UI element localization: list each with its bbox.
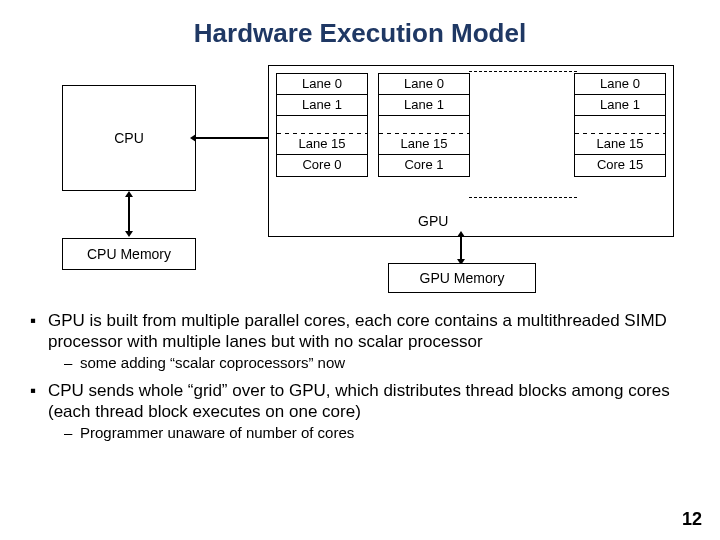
- lane-ellipsis: [277, 116, 367, 134]
- core-label: Core 15: [575, 155, 665, 176]
- bullet-list: ▪GPU is built from multiple parallel cor…: [0, 311, 720, 443]
- bullet-1: ▪GPU is built from multiple parallel cor…: [30, 311, 690, 352]
- lane-15: Lane 15: [277, 134, 367, 155]
- lane-1: Lane 1: [379, 95, 469, 116]
- lane-1: Lane 1: [575, 95, 665, 116]
- slide-title: Hardware Execution Model: [0, 0, 720, 49]
- bullet-2: ▪CPU sends whole “grid” over to GPU, whi…: [30, 381, 690, 422]
- dash-icon: –: [64, 354, 80, 372]
- cores-ellipsis-bottom: [469, 197, 577, 198]
- lane-ellipsis: [379, 116, 469, 134]
- lane-ellipsis: [575, 116, 665, 134]
- dash-icon: –: [64, 424, 80, 442]
- cpu-memory-box: CPU Memory: [62, 238, 196, 270]
- page-number: 12: [682, 509, 702, 530]
- core-label: Core 0: [277, 155, 367, 176]
- lane-0: Lane 0: [379, 74, 469, 95]
- lane-0: Lane 0: [575, 74, 665, 95]
- core-1: Lane 0 Lane 1 Lane 15 Core 1: [378, 73, 470, 177]
- bullet-icon: ▪: [30, 381, 48, 422]
- cpu-to-mem-arrow: [128, 197, 130, 231]
- cpu-to-gpu-arrow: [196, 137, 268, 139]
- lane-15: Lane 15: [575, 134, 665, 155]
- core-label: Core 1: [379, 155, 469, 176]
- sub-bullet-2: –Programmer unaware of number of cores: [64, 424, 690, 442]
- gpu-to-mem-arrow: [460, 237, 462, 259]
- lane-15: Lane 15: [379, 134, 469, 155]
- lane-1: Lane 1: [277, 95, 367, 116]
- hardware-diagram: CPU CPU Memory Lane 0 Lane 1 Lane 15 Cor…: [0, 63, 720, 303]
- cores-ellipsis-top: [469, 71, 577, 72]
- bullet-icon: ▪: [30, 311, 48, 352]
- gpu-label: GPU: [418, 213, 448, 229]
- core-15: Lane 0 Lane 1 Lane 15 Core 15: [574, 73, 666, 177]
- gpu-memory-box: GPU Memory: [388, 263, 536, 293]
- core-0: Lane 0 Lane 1 Lane 15 Core 0: [276, 73, 368, 177]
- sub-bullet-1: –some adding “scalar coprocessors” now: [64, 354, 690, 372]
- cpu-box: CPU: [62, 85, 196, 191]
- lane-0: Lane 0: [277, 74, 367, 95]
